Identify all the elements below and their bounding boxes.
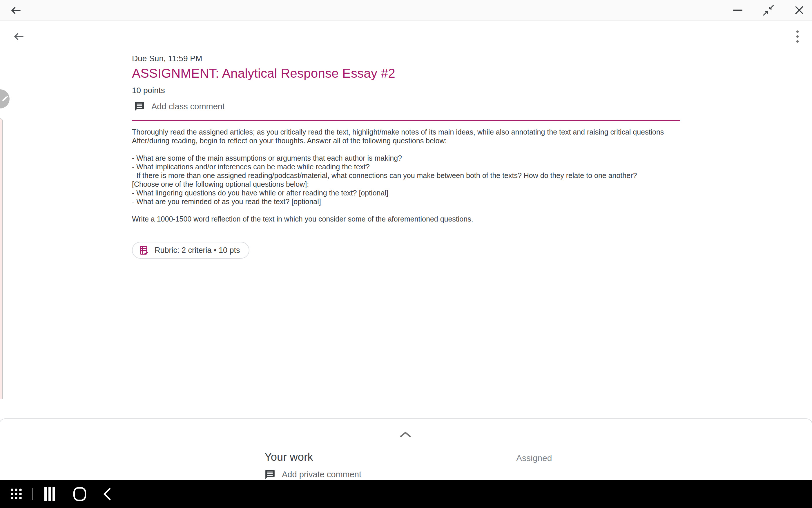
description-line <box>132 206 682 215</box>
window-back-button[interactable] <box>8 2 25 18</box>
chevron-up-icon <box>398 431 412 438</box>
description-line: - What are some of the main assumptions … <box>132 154 682 162</box>
taskbar-divider <box>32 488 33 500</box>
recents-bars-icon[interactable] <box>44 487 55 501</box>
minimize-button[interactable] <box>731 3 745 17</box>
rubric-chip-label: Rubric: 2 criteria • 10 pts <box>155 246 240 255</box>
comment-bubble-icon <box>264 469 275 480</box>
screen: Due Sun, 11:59 PM ASSIGNMENT: Analytical… <box>0 0 812 508</box>
close-button[interactable] <box>792 3 806 17</box>
due-date: Due Sun, 11:59 PM <box>132 54 202 63</box>
add-private-comment-label: Add private comment <box>282 470 361 479</box>
window-title-bar <box>0 0 812 20</box>
description-line: - If there is more than one assigned rea… <box>132 171 682 180</box>
close-icon <box>794 5 805 16</box>
kebab-dot <box>796 40 799 43</box>
background-card-edge <box>0 118 3 399</box>
pencil-icon <box>1 94 9 102</box>
more-options-button[interactable] <box>791 29 804 44</box>
edit-fab-button[interactable] <box>0 89 9 109</box>
description-line: - What are you reminded of as you read t… <box>132 197 682 206</box>
comment-bubble-icon <box>134 101 145 112</box>
launcher-grid-icon[interactable] <box>11 489 22 500</box>
page-back-button[interactable] <box>12 29 27 44</box>
kebab-dot <box>796 35 799 38</box>
add-private-comment-button[interactable]: Add private comment <box>264 469 361 480</box>
nav-cluster <box>0 480 111 508</box>
window-controls <box>731 0 806 20</box>
description-line: [Choose one of the following optional qu… <box>132 180 682 188</box>
minimize-icon <box>733 9 742 11</box>
assignment-title: ASSIGNMENT: Analytical Response Essay #2 <box>132 66 395 81</box>
sheet-expand-handle[interactable] <box>398 429 413 439</box>
points-label: 10 points <box>132 86 165 95</box>
kebab-dot <box>796 31 799 33</box>
your-work-title: Your work <box>264 451 313 463</box>
restore-down-icon <box>762 4 775 16</box>
accent-divider <box>132 120 680 121</box>
arrow-left-icon <box>10 4 23 17</box>
description-line: Thoroughly read the assigned articles; a… <box>132 128 682 145</box>
description-line <box>132 145 682 154</box>
description-line: - What lingering questions do you have w… <box>132 188 682 197</box>
back-chevron-icon[interactable] <box>103 488 111 501</box>
assignment-description: Thoroughly read the assigned articles; a… <box>132 128 682 223</box>
rubric-checklist-icon <box>139 245 149 255</box>
status-badge: Assigned <box>516 453 552 463</box>
description-line: - What implications and/or inferences ca… <box>132 162 682 171</box>
add-class-comment-button[interactable]: Add class comment <box>134 101 225 112</box>
description-line: Write a 1000-1500 word reflection of the… <box>132 215 682 223</box>
home-circle-icon[interactable] <box>73 487 86 501</box>
taskbar: amazon kids+ PDF <box>0 480 812 508</box>
arrow-left-icon <box>13 30 26 43</box>
rubric-chip[interactable]: Rubric: 2 criteria • 10 pts <box>132 242 249 259</box>
restore-button[interactable] <box>762 3 775 17</box>
add-class-comment-label: Add class comment <box>152 102 225 111</box>
